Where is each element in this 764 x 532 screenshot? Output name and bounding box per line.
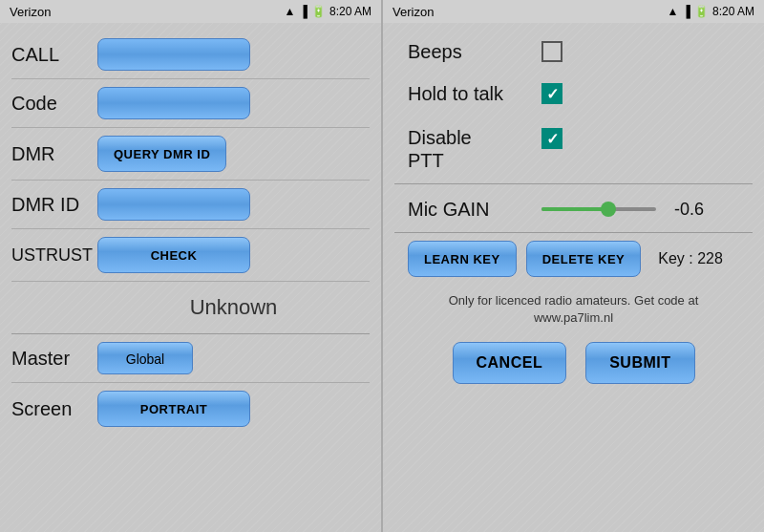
- query-dmr-button[interactable]: QUERY DMR ID: [97, 136, 226, 172]
- disable-ptt-label: DisablePTT: [408, 124, 541, 172]
- unknown-text: Unknown: [11, 289, 370, 326]
- right-carrier: Verizon: [393, 5, 434, 19]
- slider-fill: [541, 207, 605, 211]
- screen-label: Screen: [11, 398, 97, 420]
- right-battery-icon: 🔋: [694, 5, 709, 18]
- left-panel-content: CALL Code DMR QUERY DMR ID DMR ID USTRUS…: [0, 23, 381, 532]
- mic-gain-row: Mic GAIN -0.6: [394, 188, 753, 230]
- key-value: Key : 228: [658, 250, 723, 267]
- master-label: Master: [11, 348, 97, 370]
- disable-ptt-checkbox[interactable]: ✓: [541, 128, 562, 149]
- dmr-id-label: DMR ID: [11, 194, 97, 216]
- right-status-bar: Verizon ▲ ▐ 🔋 8:20 AM: [383, 0, 764, 23]
- left-status-bar: Verizon ▲ ▐ 🔋 8:20 AM: [0, 0, 381, 23]
- call-label: CALL: [11, 44, 97, 66]
- portrait-button[interactable]: PORTRAIT: [97, 391, 250, 427]
- dmr-row: DMR QUERY DMR ID: [11, 128, 370, 181]
- left-carrier: Verizon: [10, 5, 51, 19]
- master-select[interactable]: Global: [97, 342, 193, 374]
- mic-gain-value: -0.6: [666, 200, 704, 220]
- hold-to-talk-label: Hold to talk: [408, 83, 541, 105]
- master-row: Master Global: [11, 334, 370, 383]
- signal-icon: ▐: [299, 5, 308, 18]
- disable-ptt-row: DisablePTT ✓: [394, 115, 753, 180]
- unknown-row: Unknown: [11, 282, 370, 333]
- code-row: Code: [11, 79, 370, 128]
- ustrust-label: USTRUST: [11, 245, 97, 266]
- beeps-row: Beeps: [394, 31, 753, 73]
- hold-to-talk-checkbox[interactable]: ✓: [541, 83, 562, 104]
- right-time: 8:20 AM: [712, 5, 754, 18]
- slider-thumb[interactable]: [601, 202, 616, 217]
- right-panel-content: Beeps Hold to talk ✓ DisablePTT ✓ Mic GA…: [383, 23, 764, 532]
- mic-gain-label: Mic GAIN: [408, 199, 541, 221]
- delete-key-button[interactable]: DELETE KEY: [526, 241, 642, 277]
- right-signal-icon: ▐: [682, 5, 690, 18]
- wifi-icon: ▲: [285, 5, 296, 18]
- beeps-checkbox[interactable]: [541, 41, 562, 62]
- ustrust-row: USTRUST CHECK: [11, 229, 370, 282]
- right-panel: Verizon ▲ ▐ 🔋 8:20 AM Beeps Hold to talk…: [383, 0, 764, 532]
- left-time: 8:20 AM: [329, 5, 371, 18]
- submit-button[interactable]: SUBMIT: [585, 342, 694, 384]
- mic-gain-slider-container: -0.6: [541, 200, 739, 220]
- check-button[interactable]: CHECK: [97, 237, 250, 273]
- screen-row: Screen PORTRAIT: [11, 383, 370, 435]
- slider-track[interactable]: [541, 207, 656, 211]
- hold-to-talk-row: Hold to talk ✓: [394, 73, 753, 115]
- left-panel: Verizon ▲ ▐ 🔋 8:20 AM CALL Code DMR QUER…: [0, 0, 383, 532]
- call-row: CALL: [11, 31, 370, 79]
- dmr-id-input[interactable]: [97, 188, 250, 221]
- code-input[interactable]: [97, 87, 250, 119]
- learn-key-button[interactable]: LEARN KEY: [408, 241, 517, 277]
- right-status-icons: ▲ ▐ 🔋 8:20 AM: [668, 5, 754, 18]
- cancel-button[interactable]: CANCEL: [453, 342, 567, 384]
- dmr-id-row: DMR ID: [11, 181, 370, 229]
- call-input[interactable]: [97, 38, 250, 71]
- code-label: Code: [11, 93, 97, 115]
- key-row: LEARN KEY DELETE KEY Key : 228: [394, 235, 753, 283]
- info-text: Only for licenced radio amateurs. Get co…: [394, 288, 753, 330]
- left-status-icons: ▲ ▐ 🔋 8:20 AM: [285, 5, 371, 18]
- dmr-label: DMR: [11, 143, 97, 165]
- bottom-buttons: CANCEL SUBMIT: [394, 330, 753, 395]
- right-wifi-icon: ▲: [668, 5, 679, 18]
- battery-icon: 🔋: [311, 5, 326, 18]
- beeps-label: Beeps: [408, 41, 541, 63]
